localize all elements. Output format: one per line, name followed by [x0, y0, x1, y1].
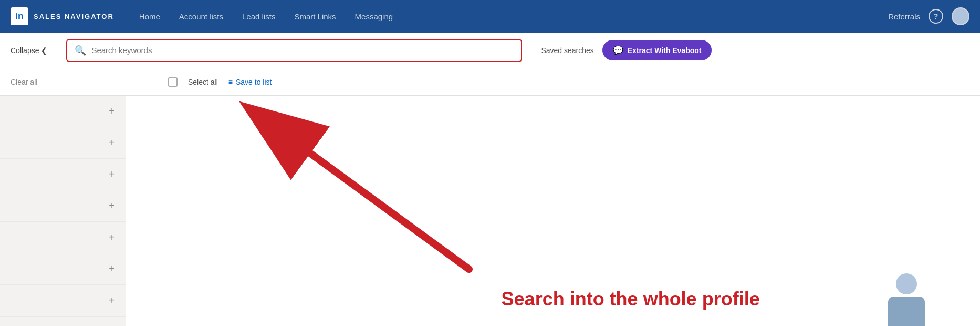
nav-item-account-lists[interactable]: Account lists — [170, 0, 233, 33]
person-illustration — [875, 273, 938, 326]
sidebar-filter-1[interactable]: + — [0, 96, 126, 127]
expand-icon-6: + — [109, 263, 115, 275]
extract-button-label: Extract With Evaboot — [628, 46, 702, 55]
nav-item-messaging[interactable]: Messaging — [346, 0, 403, 33]
collapse-button[interactable]: Collapse ❮ — [0, 46, 58, 55]
brand-logo[interactable]: in SALES NAVIGATOR — [11, 7, 114, 25]
annotation-svg — [126, 96, 980, 326]
sidebar-filter-6[interactable]: + — [0, 253, 126, 285]
search-box-wrapper: 🔍 — [58, 39, 530, 62]
select-all-label[interactable]: Select all — [188, 78, 218, 86]
search-icon: 🔍 — [75, 45, 86, 56]
left-sidebar: + + + + + + + — [0, 96, 126, 326]
list-icon: ≡ — [228, 78, 233, 86]
clear-all-button[interactable]: Clear all — [11, 78, 37, 86]
toolbar-row: Clear all Select all ≡ Save to list — [0, 68, 980, 96]
user-avatar[interactable] — [952, 7, 969, 25]
sidebar-filter-5[interactable]: + — [0, 222, 126, 253]
sidebar-filter-4[interactable]: + — [0, 190, 126, 222]
annotation-text: Search into the whole profile — [502, 288, 760, 310]
saved-searches-button[interactable]: Saved searches — [541, 46, 593, 55]
nav-item-smart-links[interactable]: Smart Links — [285, 0, 345, 33]
save-to-list-label: Save to list — [236, 78, 272, 86]
linkedin-icon: in — [11, 7, 28, 25]
toolbar-actions: Select all ≡ Save to list — [137, 77, 272, 87]
navbar: in SALES NAVIGATOR Home Account lists Le… — [0, 0, 980, 33]
referrals-link[interactable]: Referrals — [888, 12, 920, 21]
nav-item-lead-lists[interactable]: Lead lists — [233, 0, 285, 33]
main-content: + + + + + + + — [0, 96, 980, 326]
brand-name: SALES NAVIGATOR — [34, 13, 114, 21]
expand-icon-5: + — [109, 231, 115, 243]
sidebar-filter-3[interactable]: + — [0, 159, 126, 190]
svg-line-1 — [275, 127, 469, 269]
sidebar-filter-7[interactable]: + — [0, 285, 126, 317]
help-icon[interactable]: ? — [929, 9, 943, 24]
save-to-list-button[interactable]: ≡ Save to list — [228, 78, 272, 86]
search-input[interactable] — [91, 46, 514, 55]
search-header: Collapse ❮ 🔍 Saved searches 💬 Extract Wi… — [0, 33, 980, 68]
sidebar-filter-2[interactable]: + — [0, 127, 126, 159]
extract-button[interactable]: 💬 Extract With Evaboot — [602, 40, 712, 60]
expand-icon-7: + — [109, 294, 115, 307]
select-all-checkbox[interactable] — [168, 77, 178, 87]
search-box-container: 🔍 — [66, 39, 522, 62]
content-area: Search into the whole profile — [126, 96, 980, 326]
extract-icon: 💬 — [613, 45, 623, 55]
person-head — [896, 273, 917, 294]
expand-icon-4: + — [109, 200, 115, 212]
expand-icon-3: + — [109, 168, 115, 180]
clear-all-area: Clear all — [11, 78, 137, 86]
nav-links: Home Account lists Lead lists Smart Link… — [130, 0, 888, 33]
person-body — [888, 297, 925, 326]
nav-right: Referrals ? — [888, 7, 969, 25]
nav-item-home[interactable]: Home — [130, 0, 170, 33]
expand-icon-2: + — [109, 137, 115, 149]
expand-icon-1: + — [109, 105, 115, 117]
